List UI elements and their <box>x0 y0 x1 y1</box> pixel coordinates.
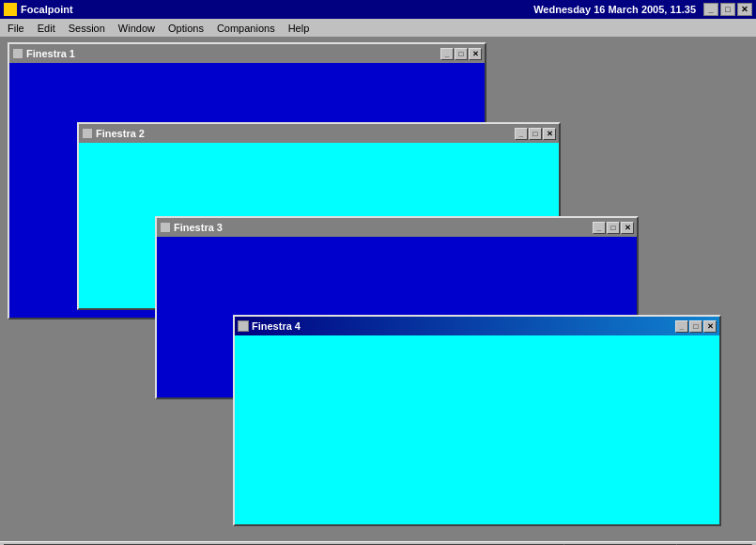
finestra-4-controls: _ □ ✕ <box>675 320 717 333</box>
menu-edit[interactable]: Edit <box>32 20 61 37</box>
datetime: Wednesday 16 March 2005, 11.35 <box>533 4 696 15</box>
finestra-4-titlebar[interactable]: Finestra 4 _ □ ✕ <box>235 317 719 335</box>
minimize-button[interactable]: _ <box>703 3 718 16</box>
finestra-1-close[interactable]: ✕ <box>469 48 482 60</box>
finestra-1-maximize[interactable]: □ <box>455 48 468 60</box>
finestra-1-title-left: Finestra 1 <box>12 48 75 59</box>
title-bar: Focalpoint Wednesday 16 March 2005, 11.3… <box>0 0 756 19</box>
finestra-3-title-left: Finestra 3 <box>160 222 223 233</box>
title-bar-left: Focalpoint <box>4 3 73 16</box>
finestra-4-maximize[interactable]: □ <box>689 320 702 333</box>
mdi-area: Finestra 1 _ □ ✕ Finestra 2 _ □ ✕ <box>0 38 756 541</box>
finestra-3-minimize[interactable]: _ <box>593 222 606 234</box>
finestra-3-title: Finestra 3 <box>174 222 223 233</box>
app-title: Focalpoint <box>21 4 73 15</box>
menu-session[interactable]: Session <box>63 20 111 37</box>
status-bar: Ready R01C001 NUM <box>0 541 756 545</box>
menu-bar: File Edit Session Window Options Compani… <box>0 19 756 38</box>
app-icon <box>4 3 17 16</box>
finestra-2-title-left: Finestra 2 <box>82 128 145 139</box>
finestra-3-titlebar[interactable]: Finestra 3 _ □ ✕ <box>157 218 637 237</box>
finestra-1-title: Finestra 1 <box>26 48 75 59</box>
menu-window[interactable]: Window <box>113 20 161 37</box>
finestra-2-title: Finestra 2 <box>96 128 145 139</box>
title-bar-controls: Wednesday 16 March 2005, 11.35 _ □ ✕ <box>533 3 752 16</box>
finestra-2-maximize[interactable]: □ <box>529 128 542 140</box>
menu-file[interactable]: File <box>2 20 30 37</box>
finestra-3-controls: _ □ ✕ <box>593 222 634 234</box>
finestra-1-minimize[interactable]: _ <box>440 48 454 60</box>
finestra-2-minimize[interactable]: _ <box>515 128 528 140</box>
finestra-4-close[interactable]: ✕ <box>703 320 717 333</box>
finestra-2-close[interactable]: ✕ <box>543 128 556 140</box>
menu-companions[interactable]: Companions <box>211 20 281 37</box>
finestra-2-titlebar[interactable]: Finestra 2 _ □ ✕ <box>79 124 559 143</box>
finestra-4-title-left: Finestra 4 <box>238 320 301 332</box>
finestra-4-content <box>235 335 719 524</box>
finestra-2-controls: _ □ ✕ <box>515 128 556 140</box>
menu-help[interactable]: Help <box>283 20 316 37</box>
finestra-4-minimize[interactable]: _ <box>675 320 688 333</box>
finestra-4-title: Finestra 4 <box>252 320 301 332</box>
finestra-1-titlebar[interactable]: Finestra 1 _ □ ✕ <box>9 44 485 63</box>
menu-options[interactable]: Options <box>162 20 209 37</box>
close-button[interactable]: ✕ <box>737 3 752 16</box>
finestra-3-maximize[interactable]: □ <box>607 222 620 234</box>
finestra-3-icon <box>160 222 171 233</box>
maximize-button[interactable]: □ <box>720 3 735 16</box>
finestra-4-icon <box>238 320 249 332</box>
finestra-1-icon <box>12 48 23 59</box>
finestra-4-window[interactable]: Finestra 4 _ □ ✕ <box>233 315 721 526</box>
finestra-3-close[interactable]: ✕ <box>621 222 634 234</box>
finestra-2-icon <box>82 128 93 139</box>
finestra-1-controls: _ □ ✕ <box>440 48 482 60</box>
